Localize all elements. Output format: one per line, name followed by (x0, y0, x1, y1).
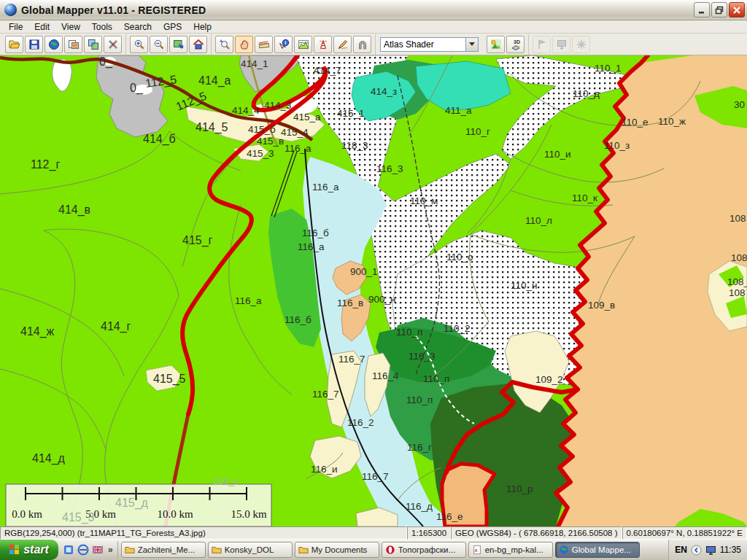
restore-button[interactable] (711, 2, 727, 18)
full-view-button[interactable] (169, 36, 187, 53)
hide-icons-chevron[interactable] (691, 545, 702, 556)
map-canvas[interactable]: 0.0 km5.0 km10.0 km15.0 km 0_0_112_5414_… (0, 55, 747, 526)
world-data-button[interactable] (44, 36, 63, 53)
taskbar-button-konsky-dol[interactable]: Konsky_DOL (208, 542, 293, 558)
gps-monitor-button (552, 36, 570, 53)
menu-view[interactable]: View (55, 21, 86, 33)
shader-value[interactable]: Atlas Shader (380, 37, 466, 52)
parcel-label: 116_б (302, 228, 329, 238)
minimize-button[interactable] (694, 2, 710, 18)
parcel-label: 110_к (572, 192, 597, 203)
svg-text:A: A (474, 548, 477, 553)
quick-launch: » (58, 541, 118, 559)
menu-edit[interactable]: Edit (28, 21, 55, 33)
menu-bar: FileEditViewToolsSearchGPSHelp (0, 20, 747, 34)
close-button[interactable] (729, 2, 745, 18)
menu-gps[interactable]: GPS (158, 21, 187, 33)
clock[interactable]: 11:35 (720, 545, 741, 555)
zoom-tool-button[interactable]: + (215, 36, 233, 53)
path-profile-button[interactable] (294, 36, 312, 53)
taskbar: start » Zachiteni_Me...Konsky_DOLMy Docu… (0, 540, 747, 560)
parcel-label: 116_а (285, 143, 311, 154)
parcel-label: 415_1 (337, 108, 365, 119)
open-file-button[interactable] (5, 36, 23, 53)
quick-launch-chevron[interactable]: » (108, 545, 113, 555)
uk-flag-icon[interactable] (92, 544, 104, 556)
parcel-label: 415_3 (247, 148, 274, 159)
parcel-label: 116_г (407, 442, 432, 453)
configure-button[interactable] (104, 36, 122, 53)
parcel-label: 414_4 (232, 105, 260, 116)
parcel-label: 110_д (573, 88, 600, 99)
parcel-label: 110_ж (658, 116, 686, 127)
parcel-label: 414_3 (264, 100, 292, 111)
parcel-label: 116_а (235, 295, 262, 306)
taskbar-button-zachiteni-me-[interactable]: Zachiteni_Me... (121, 542, 206, 558)
parcel-label: 108 (731, 252, 747, 263)
quick-launch-app-icon[interactable] (63, 544, 74, 556)
parcel-label: 414_б (143, 133, 176, 146)
taskbar-button-global-mappe-[interactable]: Global Mappe... (555, 542, 640, 558)
feature-info-button[interactable]: i (274, 36, 293, 53)
parcel-label: 116_е (436, 511, 463, 522)
menu-search[interactable]: Search (118, 21, 158, 33)
parcel-label: 414_г (101, 320, 131, 333)
status-latlon: 0.60180697° N, 0.18851922° E (622, 526, 747, 540)
display-tray-icon[interactable] (705, 545, 716, 556)
parcel-label: 109_в (588, 300, 615, 311)
parcel-label: 116_7 (312, 389, 339, 400)
parcel-label: 415_д (115, 497, 149, 510)
parcel-label: 110_е (622, 117, 649, 128)
app-globe-icon (4, 4, 17, 16)
pan-tool-button[interactable] (235, 36, 253, 53)
parcel-label: 900_1 (350, 266, 378, 277)
system-tray: EN 11:35 (668, 540, 747, 560)
internet-explorer-icon[interactable] (77, 544, 89, 556)
shader-dropdown-arrow[interactable] (466, 37, 479, 52)
start-button[interactable]: start (0, 540, 58, 560)
control-center-button[interactable] (64, 36, 82, 53)
fly-through-button[interactable] (353, 36, 371, 53)
scale-tick-label: 0.0 km (12, 508, 42, 520)
parcel-label: 112_г (31, 158, 60, 171)
taskbar-button-my-documents[interactable]: My Documents (295, 542, 379, 558)
parcel-label: 900_н (368, 294, 396, 305)
svg-text:3D: 3D (514, 39, 520, 44)
language-indicator[interactable]: EN (675, 545, 687, 555)
menu-help[interactable]: Help (187, 21, 217, 33)
taskbar-button-en-bg-mp-kal-[interactable]: Aen-bg_mp-kal... (468, 542, 553, 558)
status-bar: RGB(129,254,000) (tr_11MAP11_TG_Forests_… (0, 526, 747, 540)
zoom-in-button[interactable] (130, 36, 148, 53)
parcel-label: 110_2 (444, 323, 471, 334)
menu-tools[interactable]: Tools (86, 21, 118, 33)
parcel-label: 110_р (506, 483, 533, 494)
parcel-label: 116_7 (338, 354, 365, 365)
status-pixel-info: RGB(129,254,000) (tr_11MAP11_TG_Forests_… (0, 526, 407, 540)
parcel-label: 116_4 (372, 370, 399, 381)
overlay-control-button[interactable] (84, 36, 102, 53)
home-view-button[interactable] (189, 36, 207, 53)
parcel-label: 116_д (406, 501, 433, 512)
parcel-label: 118_3 (341, 140, 368, 151)
scale-tick-label: 15.0 km (231, 508, 267, 520)
main-toolbar: + i Atlas Shader 3D (0, 34, 747, 55)
parcel-label: 414_5 (196, 121, 228, 134)
view-shed-button[interactable] (314, 36, 332, 53)
shader-combo[interactable]: Atlas Shader (380, 37, 479, 52)
digitizer-tool-button[interactable] (333, 36, 352, 53)
parcel-label: 110_п (396, 327, 422, 338)
hill-shading-button[interactable] (487, 36, 505, 53)
save-button[interactable] (25, 36, 43, 53)
parcel-label: 415_5 (153, 373, 186, 386)
parcel-label: 110_м (410, 195, 438, 206)
status-geo-coords: GEO (WGS84) - ( 678.66918, 2166.50508 ) (451, 526, 622, 540)
view-3d-button[interactable]: 3D (506, 36, 525, 53)
menu-file[interactable]: File (3, 21, 28, 33)
parcel-label: 108 (729, 287, 746, 298)
zoom-out-button[interactable] (150, 36, 168, 53)
parcel-label: 415_б (248, 124, 276, 135)
parcel-label: 110_л (525, 215, 552, 226)
app-window: Global Mapper v11.01 - REGISTERED FileEd… (0, 0, 747, 560)
taskbar-button--[interactable]: Топографски... (382, 542, 466, 558)
measure-tool-button[interactable] (255, 36, 273, 53)
